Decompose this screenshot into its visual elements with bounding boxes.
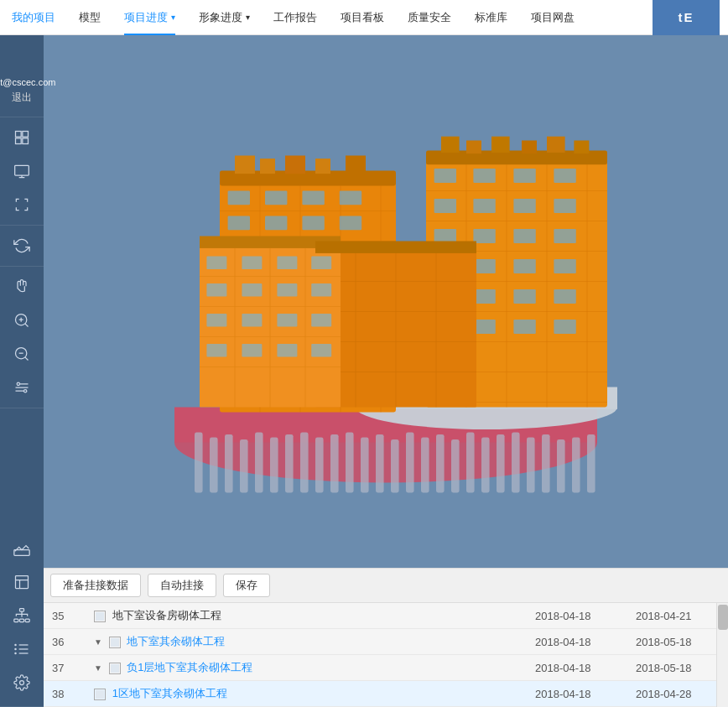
refresh-icon[interactable]: [5, 231, 39, 261]
row-link[interactable]: 地下室其余砌体工程: [127, 635, 225, 647]
svg-rect-128: [554, 259, 575, 273]
svg-rect-142: [547, 137, 565, 153]
svg-rect-44: [421, 438, 429, 493]
svg-rect-46: [451, 439, 460, 493]
svg-rect-143: [574, 141, 589, 154]
svg-rect-32: [240, 439, 248, 493]
viewer-area: 准备挂接数据 自动挂接 保存 35 地下室设备房砌体工程 2018-04-1: [44, 35, 728, 707]
svg-point-13: [24, 390, 27, 392]
row-date1: 2018-04-18: [527, 681, 627, 707]
bottom-toolbar: 准备挂接数据 自动挂接 保存: [44, 569, 728, 603]
svg-rect-15: [16, 576, 29, 589]
svg-rect-132: [554, 289, 575, 304]
svg-rect-31: [225, 434, 233, 493]
nav-project-board[interactable]: 项目看板: [329, 0, 396, 35]
data-table: 35 地下室设备房砌体工程 2018-04-18 2018-04-21 36: [44, 603, 728, 707]
row-date1: 2018-04-18: [527, 603, 627, 629]
svg-rect-98: [315, 159, 330, 174]
svg-rect-33: [255, 433, 263, 493]
scrollbar[interactable]: [716, 603, 728, 707]
svg-rect-34: [270, 438, 278, 493]
svg-rect-97: [285, 156, 305, 174]
grid-icon[interactable]: [5, 122, 39, 153]
svg-rect-138: [441, 137, 460, 153]
frame-icon[interactable]: [5, 190, 39, 220]
prepare-data-button[interactable]: 准备挂接数据: [50, 574, 141, 597]
user-avatar-icon[interactable]: tE: [653, 0, 720, 35]
svg-rect-42: [391, 439, 399, 493]
scrollbar-thumb[interactable]: [718, 605, 728, 630]
logout-button[interactable]: 退出: [12, 91, 32, 105]
file-icon: [109, 663, 121, 674]
svg-rect-121: [434, 229, 456, 243]
sidebar: test@cscec.com 退出: [0, 35, 44, 707]
svg-rect-50: [512, 433, 520, 493]
nav-my-projects[interactable]: 我的项目: [0, 0, 67, 35]
svg-rect-73: [340, 191, 361, 205]
svg-rect-29: [195, 433, 203, 493]
nav-project-progress[interactable]: 项目进度 ▾: [112, 0, 187, 35]
nav-work-report[interactable]: 工作报告: [262, 0, 329, 35]
svg-rect-19: [25, 619, 29, 621]
svg-rect-126: [473, 259, 495, 273]
svg-rect-127: [513, 259, 535, 273]
sidebar-section-view: [0, 117, 44, 226]
sidebar-section-refresh: [0, 226, 44, 267]
svg-rect-72: [302, 191, 324, 205]
svg-rect-99: [346, 156, 366, 174]
svg-rect-163: [311, 257, 331, 270]
nav-image-progress[interactable]: 形象进度 ▾: [187, 0, 262, 35]
svg-rect-119: [513, 199, 535, 213]
nav-standards[interactable]: 标准库: [463, 0, 519, 35]
svg-rect-2: [16, 138, 22, 144]
chevron-down-icon: ▾: [171, 13, 175, 22]
nav-model[interactable]: 模型: [67, 0, 112, 35]
auto-connect-button[interactable]: 自动挂接: [148, 574, 216, 597]
zoom-in-icon[interactable]: [5, 305, 39, 335]
svg-rect-96: [260, 159, 275, 174]
row-link[interactable]: 负1层地下室其余砌体工程: [127, 661, 252, 673]
svg-rect-75: [265, 216, 287, 231]
bottom-panel: 准备挂接数据 自动挂接 保存 35 地下室设备房砌体工程 2018-04-1: [44, 568, 728, 707]
svg-rect-52: [542, 434, 550, 493]
svg-rect-18: [20, 619, 24, 621]
adjust-icon[interactable]: [5, 372, 39, 403]
svg-rect-160: [206, 257, 226, 270]
row-name: ▼ 地下室其余砌体工程: [86, 629, 527, 655]
nav-project-disk[interactable]: 项目网盘: [519, 0, 586, 35]
settings-icon[interactable]: [5, 668, 39, 698]
hierarchy-icon[interactable]: [5, 600, 39, 631]
svg-rect-174: [277, 344, 297, 357]
svg-rect-43: [406, 433, 414, 493]
row-link[interactable]: 1区地下室其余砌体工程: [112, 687, 227, 699]
nav-right-area: tE: [653, 0, 728, 35]
svg-rect-51: [527, 438, 535, 493]
svg-rect-55: [587, 434, 595, 493]
svg-rect-14: [14, 550, 29, 556]
file-icon: [109, 637, 121, 648]
svg-rect-45: [436, 434, 445, 493]
nav-quality-safety[interactable]: 质量安全: [396, 0, 463, 35]
svg-rect-38: [330, 434, 339, 493]
save-button[interactable]: 保存: [223, 574, 270, 597]
svg-rect-175: [311, 344, 331, 357]
ruler-icon[interactable]: [5, 533, 39, 564]
svg-rect-118: [473, 199, 495, 213]
svg-rect-1: [23, 132, 29, 138]
svg-rect-116: [554, 169, 575, 183]
svg-rect-54: [572, 438, 580, 493]
box-icon[interactable]: [5, 567, 39, 597]
hand-icon[interactable]: [5, 272, 39, 302]
display-icon[interactable]: [5, 156, 39, 186]
svg-rect-77: [340, 216, 361, 231]
list-icon[interactable]: [5, 634, 39, 664]
file-icon: [94, 689, 106, 700]
top-nav: 我的项目 模型 项目进度 ▾ 形象进度 ▾ 工作报告 项目看板 质量安全 标准库…: [0, 0, 728, 35]
svg-rect-53: [557, 439, 565, 493]
svg-rect-76: [302, 216, 324, 231]
zoom-out-icon[interactable]: [5, 339, 39, 369]
row-name: 地下室设备房砌体工程: [86, 603, 527, 629]
table-row: 35 地下室设备房砌体工程 2018-04-18 2018-04-21: [44, 603, 728, 629]
3d-viewer[interactable]: [44, 35, 728, 568]
row-num: 38: [44, 681, 86, 707]
